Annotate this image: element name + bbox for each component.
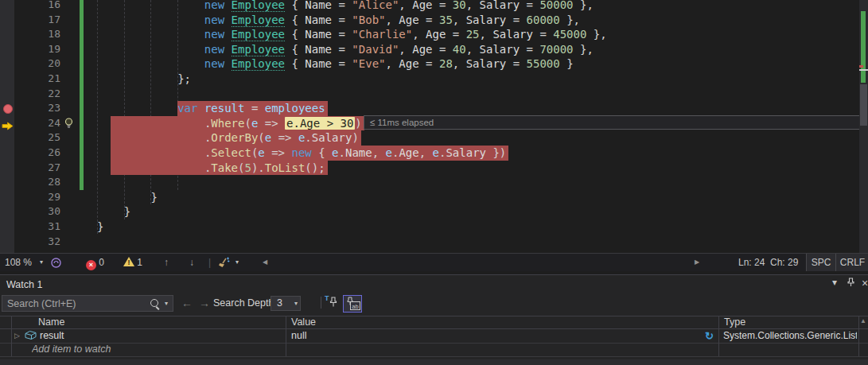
- code-line[interactable]: 26 .Select(e => new { e.Name, e.Age, e.S…: [0, 146, 868, 161]
- previous-issue-icon[interactable]: ↑: [164, 254, 169, 271]
- chevron-down-icon[interactable]: ▾: [40, 254, 43, 271]
- code-token: "David": [352, 43, 399, 56]
- code-line[interactable]: 31}: [0, 219, 868, 235]
- code-token: "Charlie": [352, 28, 412, 41]
- code-cleanup-icon[interactable]: [218, 257, 230, 274]
- line-number: 30: [16, 204, 60, 219]
- code-token: {: [285, 0, 305, 11]
- chevron-down-icon[interactable]: ▾: [235, 254, 239, 271]
- pinnable-properties-icon[interactable]: T: [325, 296, 341, 312]
- statement-highlight: .Select(e => new { e.Name, e.Age, e.Sala…: [111, 146, 508, 161]
- code-token: =: [419, 57, 439, 70]
- warning-count[interactable]: ! 1: [123, 254, 142, 271]
- code-line[interactable]: 32: [0, 235, 868, 250]
- horizontal-scrollbar[interactable]: [0, 359, 868, 365]
- grid-border: [858, 328, 859, 356]
- add-item-to-watch[interactable]: Add item to watch: [32, 343, 271, 356]
- code-token: =: [520, 43, 539, 56]
- code-token: 35: [439, 14, 453, 26]
- code-token: (: [244, 117, 251, 130]
- code-line[interactable]: 28: [0, 175, 868, 190]
- code-token: Name: [305, 57, 332, 70]
- code-line[interactable]: 27 .Take(5).ToList();: [0, 161, 868, 176]
- window-menu-icon[interactable]: ▾: [832, 277, 837, 288]
- search-icon[interactable]: [150, 299, 158, 307]
- pin-icon[interactable]: [847, 278, 855, 289]
- code-token: new: [204, 43, 224, 56]
- watch-search-box[interactable]: ▾: [2, 295, 173, 312]
- code-token: new: [291, 146, 311, 159]
- code-line[interactable]: 21 };: [0, 72, 868, 87]
- column-header-value[interactable]: Value: [291, 316, 316, 328]
- breakpoint-indicator[interactable]: [3, 104, 13, 114]
- code-token: Age: [412, 0, 432, 11]
- code-line[interactable]: 16 new Employee { Name = "Alice", Age = …: [0, 0, 868, 13]
- chevron-down-icon[interactable]: ▾: [165, 296, 168, 311]
- code-line[interactable]: 23 var result = employees: [0, 101, 868, 116]
- code-line[interactable]: 30 }: [0, 204, 868, 219]
- error-count[interactable]: × 0: [86, 254, 104, 271]
- zoom-control[interactable]: 108 %: [5, 254, 32, 271]
- code-token: =>: [271, 131, 298, 144]
- column-header-name[interactable]: Name: [38, 316, 64, 328]
- refresh-icon[interactable]: ↻: [705, 329, 714, 343]
- search-forward-icon[interactable]: →: [199, 295, 210, 312]
- scrollbar-breakpoint-mark: [859, 65, 863, 68]
- code-token: Salary: [492, 28, 533, 41]
- code-token: Employee: [232, 28, 285, 41]
- scroll-right-icon[interactable]: ▶: [695, 254, 699, 271]
- code-token: [224, 0, 231, 11]
- code-line[interactable]: 25 .OrderBy(e => e.Salary): [0, 130, 868, 146]
- watch-name-cell[interactable]: result: [40, 329, 278, 343]
- toolbar-separator: [321, 297, 321, 309]
- code-token: =: [332, 14, 352, 26]
- code-token: =: [520, 0, 539, 11]
- code-token: Employee: [232, 0, 285, 12]
- code-line[interactable]: 29 }: [0, 190, 868, 205]
- scroll-left-icon[interactable]: ◀: [263, 254, 267, 271]
- code-token: [224, 28, 231, 41]
- expand-arrow-icon[interactable]: ▷: [14, 329, 20, 343]
- vertical-scrollbar[interactable]: [859, 0, 868, 253]
- search-depth-dropdown[interactable]: 3 ▾: [271, 296, 301, 311]
- scroll-up-icon[interactable]: ▲: [860, 317, 866, 324]
- insert-mode-toggle[interactable]: SPC: [806, 254, 835, 271]
- copilot-icon[interactable]: [50, 257, 62, 274]
- code-token: "Alice": [352, 0, 399, 11]
- code-token: {: [285, 57, 305, 70]
- line-number: 19: [16, 42, 60, 57]
- code-editor[interactable]: 16 new Employee { Name = "Alice", Age = …: [0, 0, 868, 253]
- code-token: Salary: [480, 43, 520, 56]
- code-token: Salary: [480, 0, 520, 11]
- column-header-type[interactable]: Type: [724, 316, 745, 328]
- close-icon[interactable]: ×: [862, 277, 868, 289]
- code-token: new: [204, 57, 224, 70]
- code-token: Where: [211, 117, 244, 130]
- code-token: =: [433, 0, 453, 11]
- code-token: };: [177, 72, 191, 85]
- watch-row[interactable]: ▷resultnull↻System.Collections.Generic.L…: [0, 329, 868, 344]
- line-number: 31: [16, 219, 60, 235]
- perf-tip[interactable]: ≤ 11ms elapsed: [364, 115, 862, 130]
- code-token: Salary: [466, 57, 507, 70]
- line-ending-toggle[interactable]: CRLF: [835, 254, 868, 271]
- line-number: 16: [16, 0, 60, 13]
- code-token: "Bob": [352, 14, 385, 26]
- code-token: ,: [419, 146, 433, 159]
- code-line[interactable]: 22: [0, 87, 868, 102]
- code-line[interactable]: 17 new Employee { Name = "Bob", Age = 35…: [0, 13, 868, 28]
- text-visualizer-toggle-icon[interactable]: ab: [343, 295, 362, 313]
- code-token: }: [97, 220, 103, 233]
- search-input[interactable]: [2, 296, 150, 311]
- watch-value-cell[interactable]: null: [291, 329, 689, 343]
- code-line[interactable]: 19 new Employee { Name = "David", Age = …: [0, 42, 868, 57]
- panel-title: Watch 1: [6, 279, 42, 290]
- code-line[interactable]: 20 new Employee { Name = "Eve", Age = 28…: [0, 56, 868, 72]
- next-issue-icon[interactable]: ↓: [189, 254, 194, 271]
- lightbulb-icon[interactable]: [64, 118, 74, 132]
- add-watch-row[interactable]: Add item to watch: [0, 343, 868, 357]
- code-token: Age: [412, 43, 432, 56]
- search-back-icon[interactable]: ←: [181, 295, 193, 312]
- code-line[interactable]: 18 new Employee { Name = "Charlie", Age …: [0, 27, 868, 42]
- scrollbar-thumb[interactable]: [860, 84, 867, 126]
